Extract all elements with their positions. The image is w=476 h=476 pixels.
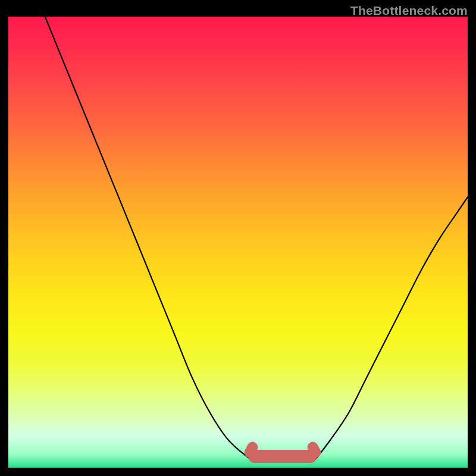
plot-area	[8, 17, 468, 468]
valley-marker	[249, 450, 316, 463]
bottleneck-curve	[8, 17, 468, 468]
source-attribution: TheBottleneck.com	[350, 4, 468, 18]
chart-frame: TheBottleneck.com	[0, 0, 476, 476]
